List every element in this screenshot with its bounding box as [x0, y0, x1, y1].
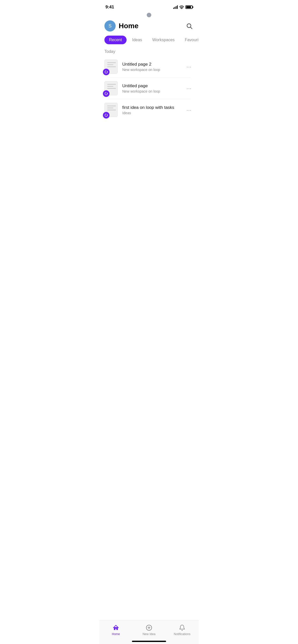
- loop-badge: [103, 112, 110, 119]
- tab-favourites[interactable]: Favourites: [180, 36, 199, 44]
- more-button[interactable]: ···: [184, 83, 194, 93]
- section-label-today: Today: [99, 49, 199, 54]
- status-bar: 9:41: [99, 0, 199, 13]
- more-button[interactable]: ···: [184, 105, 194, 115]
- loop-icon: [104, 113, 108, 117]
- loop-icon: [104, 92, 108, 95]
- item-subtitle: New workspace on loop: [122, 68, 181, 72]
- avatar[interactable]: S: [104, 20, 116, 32]
- tab-workspaces[interactable]: Workspaces: [148, 36, 179, 44]
- item-icon: [104, 81, 119, 95]
- item-subtitle: Ideas: [122, 111, 181, 115]
- status-icons: [173, 5, 193, 9]
- svg-point-0: [181, 9, 182, 9]
- list-item[interactable]: Untitled page 2 New workspace on loop ··…: [103, 56, 195, 77]
- item-title: Untitled page: [122, 83, 181, 89]
- battery-icon: [185, 5, 193, 9]
- item-content: first idea on loop with tasks Ideas: [122, 105, 181, 115]
- item-content: Untitled page New workspace on loop: [122, 83, 181, 93]
- item-subtitle: New workspace on loop: [122, 89, 181, 93]
- loop-badge: [103, 90, 110, 97]
- item-icon: [104, 103, 119, 117]
- item-title: Untitled page 2: [122, 62, 181, 67]
- item-icon: [104, 60, 119, 74]
- signal-icon: [173, 5, 178, 9]
- top-indicator: [99, 13, 199, 17]
- header: S Home: [99, 18, 199, 36]
- status-time: 9:41: [105, 5, 114, 10]
- tab-ideas[interactable]: Ideas: [128, 36, 147, 44]
- loop-badge: [103, 69, 110, 75]
- search-icon: [186, 23, 193, 29]
- wifi-icon: [179, 5, 184, 9]
- tabs-container: Recent Ideas Workspaces Favourites: [99, 36, 199, 44]
- header-left: S Home: [104, 20, 139, 32]
- top-dot: [147, 13, 151, 17]
- tab-recent[interactable]: Recent: [104, 36, 127, 44]
- search-button[interactable]: [185, 22, 194, 30]
- list-item[interactable]: first idea on loop with tasks Ideas ···: [103, 99, 195, 121]
- svg-line-2: [191, 27, 192, 29]
- list-item[interactable]: Untitled page New workspace on loop ···: [103, 78, 195, 99]
- more-button[interactable]: ···: [184, 62, 194, 72]
- item-title: first idea on loop with tasks: [122, 105, 181, 110]
- list-items: Untitled page 2 New workspace on loop ··…: [99, 56, 199, 121]
- page-title: Home: [119, 22, 139, 30]
- item-content: Untitled page 2 New workspace on loop: [122, 62, 181, 72]
- loop-icon: [104, 70, 108, 74]
